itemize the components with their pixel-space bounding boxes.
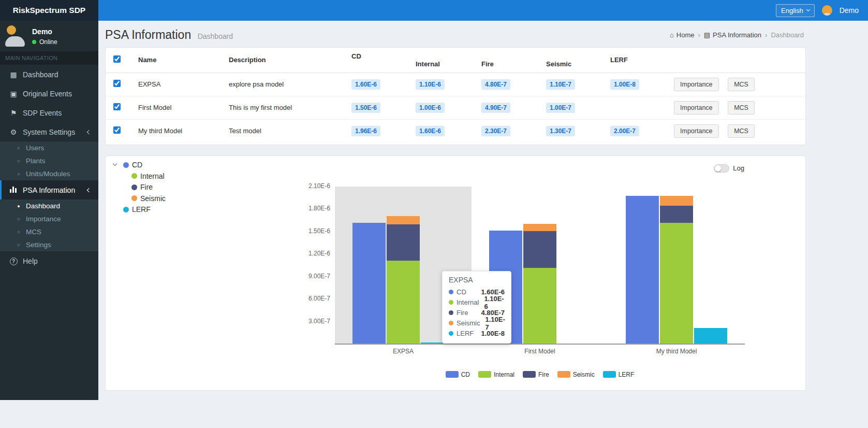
bar-chart-icon (8, 186, 19, 194)
page-title-block: PSA Information Dashboard (105, 28, 233, 42)
sidebar-item-label: Dashboard (23, 70, 58, 79)
bar-internal-expsa[interactable] (387, 261, 420, 344)
bar-fire-first-model[interactable] (523, 231, 556, 268)
psa-information-submenu: ●Dashboard ○Importance ○MCS ○Settings (0, 199, 98, 251)
column-header-name[interactable]: Name (134, 48, 225, 73)
column-header-description[interactable]: Description (225, 48, 347, 73)
fire-value-badge[interactable]: 4.80E-7 (481, 79, 510, 90)
importance-button[interactable]: Importance (674, 124, 719, 138)
sidebar-item-original-events[interactable]: ▣ Original Events (0, 84, 98, 103)
app-logo[interactable]: RiskSpectrum SDP (0, 0, 98, 21)
sidebar-item-psa-dashboard[interactable]: ●Dashboard (0, 199, 98, 212)
lerf-value-badge[interactable]: 1.00E-8 (610, 79, 639, 90)
sidebar-toggle-button[interactable] (98, 0, 122, 21)
tooltip-label: LERF (457, 330, 476, 337)
cd-value-badge[interactable]: 1.60E-6 (351, 79, 380, 90)
bar-column (557, 187, 591, 344)
breadcrumb-psa-information[interactable]: ▤PSA Information (704, 31, 761, 39)
mcs-button[interactable]: MCS (728, 78, 755, 91)
bar-cd-expsa[interactable] (352, 223, 386, 343)
lerf-legend-dot (123, 207, 129, 212)
cd-value-badge[interactable]: 1.50E-6 (351, 103, 380, 113)
bar-seismic-my-third-model[interactable] (660, 196, 693, 206)
legend-item-internal[interactable]: Internal (478, 371, 514, 378)
sidebar-user-name: Demo (32, 27, 57, 36)
toggle-switch[interactable] (714, 164, 729, 173)
seismic-legend-dot (131, 195, 137, 201)
column-header-lerf[interactable]: LERF (606, 48, 670, 73)
internal-value-badge[interactable]: 1.60E-6 (416, 126, 445, 136)
sidebar-item-sdp-events[interactable]: ⚑ SDP Events (0, 103, 98, 122)
legend-item-seismic[interactable]: Seismic (557, 371, 595, 378)
bar-internal-my-third-model[interactable] (660, 223, 693, 343)
sidebar-item-units-modules[interactable]: ○Units/Modules (0, 167, 98, 180)
legend-item-seismic[interactable]: Seismic (111, 193, 166, 204)
legend-item-cd[interactable]: CD (111, 160, 166, 171)
legend-item-cd[interactable]: CD (446, 371, 470, 378)
column-header-seismic[interactable]: Seismic (542, 48, 606, 73)
flag-icon: ⚑ (8, 109, 19, 117)
bar-seismic-first-model[interactable] (523, 224, 556, 232)
legend-item-fire[interactable]: Fire (523, 371, 549, 378)
legend-item-internal[interactable]: Internal (111, 170, 166, 182)
internal-value-badge[interactable]: 1.10E-6 (416, 79, 445, 90)
fire-dot-icon (449, 310, 453, 315)
user-menu[interactable]: Demo (840, 6, 859, 15)
mcs-button[interactable]: MCS (728, 124, 755, 138)
fire-value-badge[interactable]: 4.90E-7 (481, 103, 510, 113)
sidebar-item-settings[interactable]: ○Settings (0, 238, 98, 251)
sidebar-item-psa-information[interactable]: PSA Information (0, 180, 98, 199)
fire-value-badge[interactable]: 2.30E-7 (481, 126, 510, 136)
column-header-fire[interactable]: Fire (477, 48, 542, 73)
log-scale-toggle[interactable]: Log (714, 164, 744, 173)
bar-fire-my-third-model[interactable] (660, 206, 693, 223)
seismic-value-badge[interactable]: 1.30E-7 (546, 126, 575, 136)
bar-cd-my-third-model[interactable] (626, 196, 659, 344)
row-checkbox[interactable] (113, 80, 121, 87)
column-header-internal[interactable]: Internal (411, 48, 477, 73)
mcs-button[interactable]: MCS (728, 101, 755, 115)
circle-icon: ○ (16, 146, 22, 151)
sub-item-label: Dashboard (26, 202, 60, 210)
seismic-value-badge[interactable]: 1.00E-7 (546, 103, 575, 113)
legend-item-lerf[interactable]: LERF (603, 371, 635, 378)
circle-icon: ○ (16, 242, 22, 248)
sidebar-item-system-settings[interactable]: ⚙ System Settings (0, 122, 98, 141)
circle-icon: ○ (16, 172, 22, 177)
user-avatar (5, 25, 27, 47)
column-header-cd[interactable]: CD (347, 48, 411, 73)
user-avatar[interactable] (822, 5, 832, 16)
sidebar-item-users[interactable]: ○Users (0, 141, 98, 154)
table-row: EXPSA explore psa model 1.60E-6 1.10E-6 … (106, 73, 805, 96)
bar-fire-expsa[interactable] (387, 224, 420, 261)
importance-button[interactable]: Importance (674, 78, 719, 91)
sidebar-item-help[interactable]: ? Help (0, 251, 98, 270)
sidebar-item-importance[interactable]: ○Importance (0, 212, 98, 225)
tooltip-row: Seismic1.10E-7 (449, 318, 505, 329)
bar-lerf-my-third-model[interactable] (694, 328, 727, 343)
breadcrumb-home[interactable]: ⌂Home (670, 31, 695, 39)
sidebar-item-label: Help (23, 257, 38, 265)
circle-icon: ○ (16, 159, 22, 164)
seismic-value-badge[interactable]: 1.10E-7 (546, 79, 575, 90)
importance-button[interactable]: Importance (674, 101, 719, 115)
language-dropdown[interactable]: English (776, 4, 815, 17)
lerf-value-badge[interactable]: 2.00E-7 (610, 126, 639, 136)
sidebar-item-mcs[interactable]: ○MCS (0, 225, 98, 238)
bar-internal-first-model[interactable] (523, 268, 556, 343)
legend-item-lerf[interactable]: LERF (111, 204, 166, 216)
legend-item-fire[interactable]: Fire (111, 182, 166, 193)
chevron-down-icon[interactable] (113, 161, 117, 165)
tooltip-value: 1.10E-7 (486, 316, 505, 331)
row-checkbox[interactable] (113, 103, 121, 110)
sidebar: Demo Online MAIN NAVIGATION ▦ Dashboard … (0, 21, 98, 400)
sub-item-label: Users (26, 144, 44, 152)
row-checkbox[interactable] (113, 126, 121, 134)
sidebar-item-dashboard[interactable]: ▦ Dashboard (0, 65, 98, 84)
cd-value-badge[interactable]: 1.96E-6 (351, 126, 380, 136)
select-all-checkbox[interactable] (113, 55, 121, 63)
internal-value-badge[interactable]: 1.00E-6 (416, 103, 445, 113)
sidebar-item-plants[interactable]: ○Plants (0, 154, 98, 167)
bar-column (352, 187, 386, 344)
bar-seismic-expsa[interactable] (387, 216, 420, 224)
